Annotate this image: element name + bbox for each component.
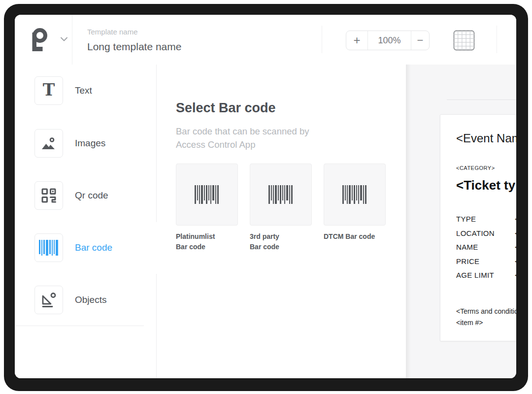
images-icon xyxy=(40,136,57,151)
qr-code-icon xyxy=(40,187,57,204)
barcode-tool-button[interactable] xyxy=(34,233,63,262)
sidebar-item-bar-code[interactable]: Bar code xyxy=(15,222,156,274)
ticket-fields: TYPE < LOCATION < NAME < PRICE < AGE LIM… xyxy=(456,215,516,285)
barcode-icon xyxy=(342,185,367,204)
zoom-out-button[interactable]: − xyxy=(411,31,429,50)
topbar-divider xyxy=(322,26,322,53)
topbar: Template name Long template name + 100% … xyxy=(15,15,516,65)
sidebar-item-label: Objects xyxy=(75,295,106,305)
barcode-option-label: 3rd party Bar code xyxy=(250,231,312,252)
logo-menu[interactable] xyxy=(30,27,70,55)
barcode-option-platinumlist: Platinumlist Bar code xyxy=(176,164,238,252)
barcode-icon xyxy=(268,185,294,204)
ticket-type-placeholder: <Ticket ty xyxy=(456,178,515,193)
barcode-icon xyxy=(194,185,220,204)
template-name-value: Long template name xyxy=(87,40,181,53)
barcode-option-3rd-party: 3rd party Bar code xyxy=(250,164,312,252)
barcode-option-card[interactable] xyxy=(324,164,386,226)
category-placeholder: <CATEGORY> xyxy=(456,165,495,171)
barcode-picker-panel: Select Bar code Bar code that can be sca… xyxy=(157,65,406,378)
sidebar-item-text[interactable]: T Text xyxy=(15,65,156,117)
barcode-option-card[interactable] xyxy=(176,164,238,226)
ticket-field-row: TYPE < xyxy=(456,215,516,229)
sidebar-item-qr-code[interactable]: Qr code xyxy=(15,169,156,222)
sidebar-item-objects[interactable]: Objects xyxy=(15,274,156,326)
barcode-option-label: DTCM Bar code xyxy=(324,231,386,242)
ticket-field-row: PRICE < xyxy=(456,257,516,271)
ticket-preview[interactable]: <Event Nam <CATEGORY> <Ticket ty TYPE < … xyxy=(440,114,516,341)
grid-icon xyxy=(453,30,475,51)
canvas-page-edge xyxy=(447,99,516,100)
text-icon: T xyxy=(43,82,55,100)
barcode-option-card[interactable] xyxy=(250,164,312,226)
chevron-down-icon xyxy=(60,37,68,42)
ticket-field-row: AGE LIMIT < xyxy=(456,271,516,285)
ticket-field-row: NAME < xyxy=(456,243,516,257)
sidebar-item-label: Bar code xyxy=(75,242,112,253)
app-window: Template name Long template name + 100% … xyxy=(15,15,516,378)
sidebar-item-label: Text xyxy=(75,85,92,96)
objects-tool-button[interactable] xyxy=(34,286,63,314)
zoom-control: + 100% − xyxy=(346,31,430,50)
zoom-in-button[interactable]: + xyxy=(346,31,368,50)
barcode-option-label: Platinumlist Bar code xyxy=(176,231,238,252)
canvas-panel: <Event Nam <CATEGORY> <Ticket ty TYPE < … xyxy=(406,65,516,378)
qr-tool-button[interactable] xyxy=(34,181,63,210)
ticket-field-row: LOCATION < xyxy=(456,229,516,243)
images-tool-button[interactable] xyxy=(34,129,63,158)
barcode-icon xyxy=(38,239,59,257)
zoom-level-value: 100% xyxy=(368,31,411,50)
template-name-field[interactable]: Template name Long template name xyxy=(87,28,181,53)
platinumlist-logo xyxy=(31,28,48,52)
sidebar-item-label: Images xyxy=(75,138,105,149)
sidebar-divider xyxy=(15,326,144,326)
grid-toggle-button[interactable] xyxy=(453,30,475,51)
item-number-placeholder: <item #> xyxy=(456,319,483,327)
topbar-divider xyxy=(72,15,72,65)
sidebar-item-label: Qr code xyxy=(75,190,108,201)
event-name-placeholder: <Event Nam xyxy=(456,131,516,145)
topbar-divider xyxy=(497,26,497,53)
terms-placeholder: <Terms and conditio xyxy=(456,307,516,315)
barcode-options: Platinumlist Bar code xyxy=(176,164,406,252)
text-tool-button[interactable]: T xyxy=(34,76,63,105)
objects-icon xyxy=(40,291,58,309)
barcode-option-dtcm: DTCM Bar code xyxy=(324,164,386,252)
panel-subtitle: Bar code that can be scanned by Access C… xyxy=(176,125,324,151)
panel-title: Select Bar code xyxy=(176,100,406,116)
sidebar-item-images[interactable]: Images xyxy=(15,117,156,169)
template-name-label: Template name xyxy=(87,28,181,36)
